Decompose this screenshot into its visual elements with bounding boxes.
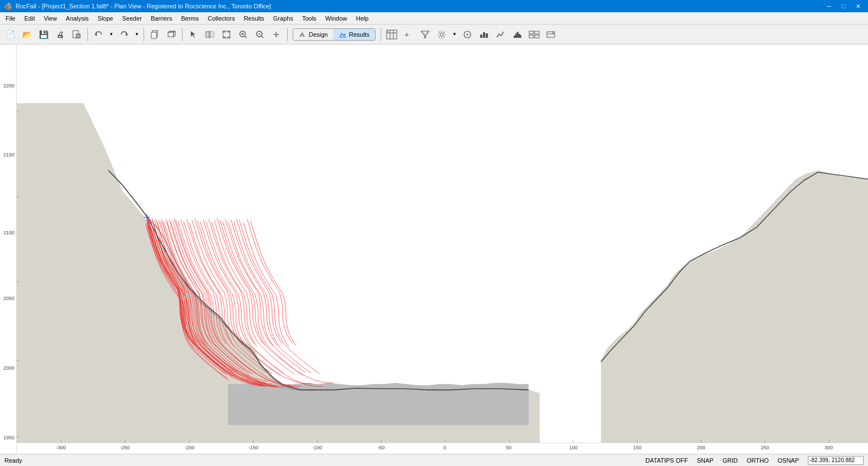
- menu-analysis[interactable]: Analysis: [61, 12, 93, 24]
- table-button[interactable]: X: [384, 27, 400, 42]
- select-button[interactable]: [185, 27, 201, 42]
- settings-dropdown[interactable]: ▼: [451, 27, 458, 42]
- x-label-p150: 150: [633, 445, 642, 450]
- zoom-in-button[interactable]: [235, 27, 251, 42]
- x-label-p50: 50: [506, 445, 511, 450]
- title-text: 🪨 RocFall - [Project1_Section 1.fal8* - …: [3, 2, 271, 11]
- svg-line-19: [262, 36, 263, 38]
- menu-window[interactable]: Window: [321, 12, 352, 24]
- save-button[interactable]: 💾: [36, 27, 51, 42]
- maximize-button[interactable]: □: [837, 2, 850, 11]
- design-mode-button[interactable]: Design: [293, 29, 333, 40]
- mirror-button[interactable]: [202, 27, 218, 42]
- snap-status[interactable]: SNAP: [697, 457, 713, 464]
- histogram-button[interactable]: [510, 27, 525, 42]
- line-chart-button[interactable]: [493, 27, 509, 42]
- y-label-2200: 2200: [3, 83, 14, 89]
- menu-help[interactable]: Help: [352, 12, 373, 24]
- x-label-p250: 250: [761, 445, 769, 450]
- window-controls[interactable]: ─ □ ✕: [822, 2, 865, 11]
- redo-button[interactable]: [116, 27, 132, 42]
- x-label-n200: -200: [185, 445, 195, 450]
- menu-view[interactable]: View: [40, 12, 62, 24]
- svg-text:+: +: [405, 30, 409, 39]
- menu-graphs[interactable]: Graphs: [269, 12, 298, 24]
- bar-chart-button[interactable]: [476, 27, 492, 42]
- svg-rect-43: [529, 35, 534, 38]
- menu-tools[interactable]: Tools: [298, 12, 321, 24]
- minimize-button[interactable]: ─: [822, 2, 836, 11]
- x-label-n150: -150: [248, 445, 258, 450]
- canvas-area[interactable]: -300 -250 -200 -150 -100 -50 0 50 100 15…: [17, 45, 868, 454]
- svg-marker-49: [228, 383, 529, 425]
- close-button[interactable]: ✕: [851, 2, 865, 11]
- filter-button[interactable]: [417, 27, 433, 42]
- results-mode-button[interactable]: Results: [333, 29, 375, 40]
- svg-rect-6: [168, 32, 174, 37]
- svg-rect-35: [486, 33, 488, 38]
- settings-button[interactable]: [434, 27, 450, 42]
- new-button[interactable]: 📄: [2, 27, 18, 42]
- menu-results[interactable]: Results: [239, 12, 269, 24]
- grid-status[interactable]: GRID: [722, 457, 738, 464]
- add-point-button[interactable]: +: [401, 27, 416, 42]
- menu-berms[interactable]: Berms: [176, 12, 203, 24]
- svg-marker-29: [421, 31, 429, 38]
- x-label-p200: 200: [697, 445, 706, 450]
- undo-dropdown[interactable]: ▼: [107, 27, 115, 42]
- x-label-0: 0: [443, 445, 446, 450]
- sep-2: [144, 28, 144, 41]
- sep-3: [182, 28, 183, 41]
- x-axis: -300 -250 -200 -150 -100 -50 0 50 100 15…: [17, 443, 868, 454]
- title-bar: 🪨 RocFall - [Project1_Section 1.fal8* - …: [0, 0, 868, 12]
- sep-5: [381, 28, 381, 41]
- svg-rect-12: [223, 31, 230, 38]
- redo-dropdown[interactable]: ▼: [133, 27, 141, 42]
- export-button[interactable]: [69, 27, 85, 42]
- main-canvas[interactable]: [17, 45, 868, 443]
- toolbar: 📄 📂 💾 🖨 ▼ ▼ ✛ Design: [0, 24, 868, 45]
- print-button[interactable]: 🖨: [52, 27, 68, 42]
- x-label-n100: -100: [312, 445, 322, 450]
- menu-file[interactable]: File: [1, 12, 20, 24]
- ortho-status[interactable]: ORTHO: [747, 457, 769, 464]
- menu-collectors[interactable]: Collectors: [203, 12, 239, 24]
- menu-bar: File Edit View Analysis Slope Seeder Bar…: [0, 12, 868, 24]
- osnap-status[interactable]: OSNAP: [777, 457, 799, 464]
- copy-button[interactable]: [147, 27, 162, 42]
- menu-slope[interactable]: Slope: [93, 12, 117, 24]
- svg-rect-38: [517, 32, 519, 38]
- y-label-2100: 2100: [3, 230, 14, 236]
- y-axis: 2200 2150 2100 2050 2000 1950: [0, 45, 17, 454]
- svg-rect-41: [529, 31, 534, 34]
- datatips-status[interactable]: DATATIPS OFF: [645, 457, 688, 464]
- open-button[interactable]: 📂: [19, 27, 34, 42]
- menu-edit[interactable]: Edit: [20, 12, 40, 24]
- svg-rect-10: [210, 32, 214, 37]
- x-label-n300: -300: [56, 445, 66, 450]
- more-button[interactable]: [526, 27, 542, 42]
- x-label-n50: -50: [377, 445, 384, 450]
- svg-rect-36: [514, 36, 515, 38]
- window-title: RocFall - [Project1_Section 1.fal8* - Pl…: [16, 3, 271, 9]
- pan-button[interactable]: ✛: [269, 27, 284, 42]
- status-right: DATATIPS OFF SNAP GRID ORTHO OSNAP: [645, 456, 864, 465]
- svg-marker-22: [340, 33, 346, 37]
- menu-seeder[interactable]: Seeder: [117, 12, 146, 24]
- x-label-n250: -250: [120, 445, 130, 450]
- status-ready: Ready: [4, 457, 22, 464]
- svg-rect-40: [520, 35, 521, 38]
- svg-rect-39: [519, 34, 520, 38]
- menu-barriers[interactable]: Barriers: [146, 12, 177, 24]
- svg-point-32: [466, 33, 468, 35]
- main-area: 2200 2150 2100 2050 2000 1950: [0, 45, 868, 454]
- circle-button[interactable]: [460, 27, 475, 42]
- undo-button[interactable]: [91, 27, 106, 42]
- coordinate-input[interactable]: [808, 456, 864, 465]
- app-icon: 🪨: [3, 2, 12, 11]
- export2-button[interactable]: [543, 27, 559, 42]
- zoom-out-button[interactable]: [252, 27, 268, 42]
- zoom-fit-button[interactable]: [219, 27, 234, 42]
- view3d-button[interactable]: [164, 27, 179, 42]
- sep-1: [87, 28, 88, 41]
